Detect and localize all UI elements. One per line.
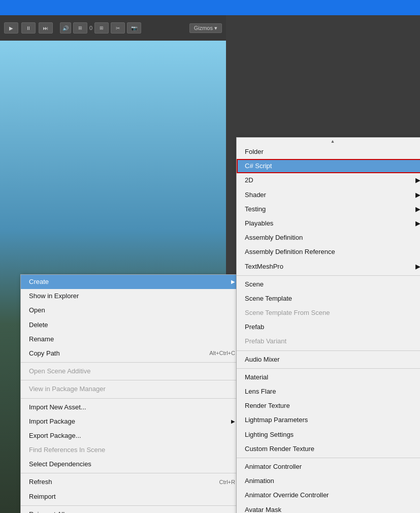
menu-item-scene-template-from-scene: Scene Template From Scene	[237, 306, 420, 320]
separator-5	[21, 505, 243, 506]
menu-item-folder[interactable]: Folder	[237, 145, 420, 159]
menu-item-custom-render-texture[interactable]: Custom Render Texture	[237, 442, 420, 456]
menu-item-2d[interactable]: 2D ▶	[237, 173, 420, 187]
menu-item-material[interactable]: Material	[237, 370, 420, 384]
layout-btn[interactable]: ⊞	[94, 22, 109, 34]
menu-item-export-package[interactable]: Export Package...	[21, 429, 243, 443]
menu-item-testing[interactable]: Testing ▶	[237, 202, 420, 216]
pause-button[interactable]: ⏸	[21, 22, 36, 34]
context-menu-left: Create ▶ Show in Explorer Open Delete Re…	[20, 274, 244, 513]
menu-item-import-new-asset[interactable]: Import New Asset...	[21, 400, 243, 414]
menu-item-csharp-script[interactable]: C# Script	[237, 159, 420, 173]
menu-item-animator-controller[interactable]: Animator Controller	[237, 460, 420, 474]
menu-item-audio-mixer[interactable]: Audio Mixer	[237, 352, 420, 367]
menu-item-prefab[interactable]: Prefab	[237, 320, 420, 334]
play-button[interactable]: ▶	[4, 22, 18, 34]
menu-item-open-scene-additive: Open Scene Additive	[21, 364, 243, 378]
menu-item-assembly-definition[interactable]: Assembly Definition	[237, 231, 420, 245]
scissors-btn[interactable]: ✂	[111, 22, 125, 34]
menu-item-lens-flare[interactable]: Lens Flare	[237, 384, 420, 399]
menu-item-reimport-all[interactable]: Reimport All	[21, 507, 243, 513]
menu-item-assembly-definition-reference[interactable]: Assembly Definition Reference	[237, 245, 420, 259]
top-bar	[0, 0, 420, 15]
menu-item-find-references: Find References In Scene	[21, 443, 243, 457]
separator-3	[21, 398, 243, 399]
menu-item-rename[interactable]: Rename	[21, 332, 243, 346]
menu-item-view-package-manager: View in Package Manager	[21, 382, 243, 396]
separator-2	[21, 380, 243, 380]
toolbar: ▶ ⏸ ⏭ 🔊 ⊞ 0 ⊞ ✂ 📷 Gizmos ▾	[0, 15, 226, 41]
menu-item-refresh[interactable]: Refresh Ctrl+R	[21, 475, 243, 489]
menu-item-open[interactable]: Open	[21, 303, 243, 317]
menu-item-copy-path[interactable]: Copy Path Alt+Ctrl+C	[21, 346, 243, 361]
scroll-up-arrow[interactable]: ▲	[237, 138, 420, 145]
right-separator-4	[237, 458, 420, 458]
menu-item-create[interactable]: Create ▶	[21, 275, 243, 289]
camera-btn[interactable]: 📷	[127, 22, 141, 34]
menu-item-import-package[interactable]: Import Package ▶	[21, 414, 243, 429]
menu-item-prefab-variant: Prefab Variant	[237, 334, 420, 348]
layers-btn[interactable]: ⊞	[73, 22, 87, 34]
menu-item-lighting-settings[interactable]: Lighting Settings	[237, 428, 420, 442]
menu-item-show-in-explorer[interactable]: Show in Explorer	[21, 289, 243, 303]
menu-item-render-texture[interactable]: Render Texture	[237, 399, 420, 413]
menu-item-select-dependencies[interactable]: Select Dependencies	[21, 457, 243, 471]
context-menu-right: ▲ Folder C# Script 2D ▶ Shader ▶ Testing…	[236, 137, 420, 513]
right-separator-1	[237, 275, 420, 276]
separator-1	[21, 362, 243, 363]
right-separator-2	[237, 350, 420, 351]
menu-item-shader[interactable]: Shader ▶	[237, 188, 420, 202]
menu-item-lightmap-parameters[interactable]: Lightmap Parameters	[237, 413, 420, 427]
gizmos-dropdown[interactable]: Gizmos ▾	[189, 23, 222, 33]
layer-count: 0	[89, 25, 92, 31]
menu-item-textmeshpro[interactable]: TextMeshPro ▶	[237, 260, 420, 274]
menu-item-scene[interactable]: Scene	[237, 277, 420, 292]
menu-item-delete[interactable]: Delete	[21, 318, 243, 332]
menu-item-avatar-mask[interactable]: Avatar Mask	[237, 503, 420, 514]
menu-item-animator-override-controller[interactable]: Animator Override Controller	[237, 488, 420, 502]
separator-4	[21, 473, 243, 473]
right-separator-3	[237, 368, 420, 369]
menu-item-animation[interactable]: Animation	[237, 474, 420, 488]
step-button[interactable]: ⏭	[39, 22, 53, 34]
menu-item-reimport[interactable]: Reimport	[21, 490, 243, 504]
menu-item-playables[interactable]: Playables ▶	[237, 216, 420, 231]
audio-toggle[interactable]: 🔊	[60, 22, 71, 34]
menu-item-scene-template[interactable]: Scene Template	[237, 292, 420, 306]
